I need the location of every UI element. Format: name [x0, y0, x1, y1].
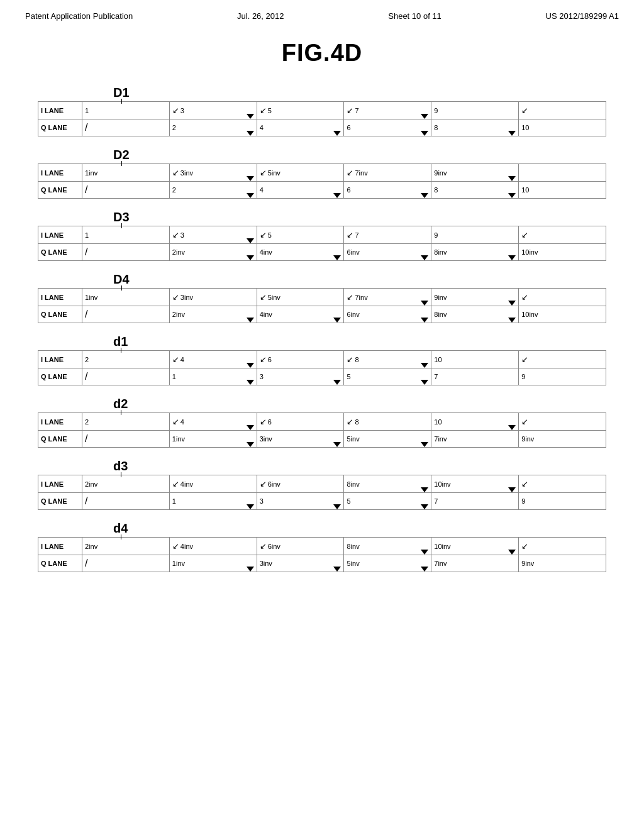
i-lane-label-d4: I LANE — [38, 538, 82, 555]
i-cell-D3-1: ↙3 — [170, 226, 257, 243]
q-lane-D4: Q LANE/2inv4inv6inv8inv10inv — [38, 306, 606, 323]
q-cell-D4-3: 6inv — [344, 306, 431, 323]
i-lane-D3: I LANE1↙3↙5↙79↙ — [38, 226, 606, 243]
q-cell-D4-0: / — [82, 306, 170, 323]
q-lane-d2: Q LANE/1inv3inv5inv7inv9inv — [38, 430, 606, 448]
lane-pair-d3: I LANE2inv↙4inv↙6inv8inv10inv↙Q LANE/135… — [38, 475, 606, 510]
q-cell-D1-1: 2 — [170, 119, 257, 136]
q-cell-D4-4: 8inv — [431, 306, 519, 323]
i-cell-D1-1: ↙3 — [170, 102, 257, 119]
q-cell-D4-1: 2inv — [170, 306, 257, 323]
diagram-group-d2: d2I LANE2↙4↙6↙810↙Q LANE/1inv3inv5inv7in… — [38, 397, 606, 448]
i-cell-D3-3: ↙7 — [344, 226, 431, 243]
main-content: FIG.4D D1I LANE1↙3↙5↙79↙Q LANE/246810D2I… — [0, 27, 644, 596]
i-lane-label-D3: I LANE — [38, 226, 82, 243]
q-cell-d3-1: 1 — [170, 493, 257, 509]
q-lane-d3: Q LANE/13579 — [38, 492, 606, 510]
q-lane-d1: Q LANE/13579 — [38, 368, 606, 385]
q-lane-label-d4: Q LANE — [38, 555, 82, 572]
q-lane-label-D3: Q LANE — [38, 244, 82, 260]
i-cell-D3-2: ↙5 — [257, 226, 345, 243]
i-lane-label-D1: I LANE — [38, 102, 82, 119]
header-right: US 2012/189299 A1 — [546, 11, 619, 21]
diagram-group-D4: D4I LANE1inv↙3inv↙5inv↙7inv9inv↙Q LANE/2… — [38, 272, 606, 323]
q-cell-d3-2: 3 — [257, 493, 345, 509]
header-left: Patent Application Publication — [25, 11, 133, 21]
q-cell-d2-1: 1inv — [170, 431, 257, 447]
i-cell-d3-2: ↙6inv — [257, 475, 345, 492]
i-cell-d1-4: 10 — [431, 351, 519, 368]
i-cell-D2-4: 9inv — [431, 164, 519, 181]
i-cell-D4-2: ↙5inv — [257, 289, 345, 306]
q-cell-D1-5: 10 — [519, 119, 606, 136]
i-cell-D1-2: ↙5 — [257, 102, 345, 119]
lane-pair-D4: I LANE1inv↙3inv↙5inv↙7inv9inv↙Q LANE/2in… — [38, 288, 606, 323]
group-label-d1: d1 — [113, 335, 606, 349]
q-lane-cells-d4: /1inv3inv5inv7inv9inv — [82, 555, 606, 572]
q-cell-D3-2: 4inv — [257, 244, 345, 260]
diagram-group-D3: D3I LANE1↙3↙5↙79↙Q LANE/2inv4inv6inv8inv… — [38, 210, 606, 261]
q-cell-D2-1: 2 — [170, 182, 257, 198]
i-lane-d2: I LANE2↙4↙6↙810↙ — [38, 412, 606, 430]
i-cell-d2-2: ↙6 — [257, 413, 345, 430]
i-cell-d3-1: ↙4inv — [170, 475, 257, 492]
q-cell-D2-2: 4 — [257, 182, 345, 198]
i-cell-D1-0: 1 — [82, 102, 170, 119]
q-cell-D3-4: 8inv — [431, 244, 519, 260]
q-cell-d1-2: 3 — [257, 368, 345, 385]
diagrams-container: D1I LANE1↙3↙5↙79↙Q LANE/246810D2I LANE1i… — [38, 86, 606, 572]
q-cell-d2-3: 5inv — [344, 431, 431, 447]
lane-pair-d1: I LANE2↙4↙6↙810↙Q LANE/13579 — [38, 350, 606, 385]
i-lane-label-d2: I LANE — [38, 413, 82, 430]
i-lane-label-d3: I LANE — [38, 475, 82, 492]
q-lane-D2: Q LANE/246810 — [38, 181, 606, 199]
lane-pair-d2: I LANE2↙4↙6↙810↙Q LANE/1inv3inv5inv7inv9… — [38, 412, 606, 448]
i-lane-cells-D1: 1↙3↙5↙79↙ — [82, 102, 606, 119]
q-cell-D1-3: 6 — [344, 119, 431, 136]
i-lane-D2: I LANE1inv↙3inv↙5inv↙7inv9inv — [38, 163, 606, 181]
i-lane-cells-d2: 2↙4↙6↙810↙ — [82, 413, 606, 430]
q-cell-d3-3: 5 — [344, 493, 431, 509]
q-cell-d1-0: / — [82, 368, 170, 385]
i-cell-d3-5: ↙ — [519, 475, 606, 492]
q-lane-cells-d1: /13579 — [82, 368, 606, 385]
q-lane-cells-D3: /2inv4inv6inv8inv10inv — [82, 244, 606, 260]
q-cell-D1-2: 4 — [257, 119, 345, 136]
i-cell-d4-2: ↙6inv — [257, 538, 345, 555]
q-cell-D1-4: 8 — [431, 119, 519, 136]
q-cell-D2-3: 6 — [344, 182, 431, 198]
i-cell-d1-2: ↙6 — [257, 351, 345, 368]
lane-pair-D2: I LANE1inv↙3inv↙5inv↙7inv9invQ LANE/2468… — [38, 163, 606, 199]
i-lane-cells-d3: 2inv↙4inv↙6inv8inv10inv↙ — [82, 475, 606, 492]
i-cell-d4-5: ↙ — [519, 538, 606, 555]
i-cell-d4-4: 10inv — [431, 538, 519, 555]
i-cell-d2-0: 2 — [82, 413, 170, 430]
i-cell-D4-1: ↙3inv — [170, 289, 257, 306]
i-cell-d2-5: ↙ — [519, 413, 606, 430]
page-header: Patent Application Publication Jul. 26, … — [0, 0, 644, 27]
q-cell-d4-3: 5inv — [344, 555, 431, 572]
i-cell-d1-1: ↙4 — [170, 351, 257, 368]
q-cell-d2-2: 3inv — [257, 431, 345, 447]
q-cell-d4-4: 7inv — [431, 555, 519, 572]
group-label-D2: D2 — [113, 148, 606, 162]
q-cell-d3-5: 9 — [519, 493, 606, 509]
i-cell-d1-0: 2 — [82, 351, 170, 368]
q-cell-d4-1: 1inv — [170, 555, 257, 572]
header-sheet: Sheet 10 of 11 — [388, 11, 441, 21]
group-label-d3: d3 — [113, 459, 606, 473]
i-cell-d3-3: 8inv — [344, 475, 431, 492]
lane-pair-d4: I LANE2inv↙4inv↙6inv8inv10inv↙Q LANE/1in… — [38, 537, 606, 572]
i-lane-d1: I LANE2↙4↙6↙810↙ — [38, 350, 606, 368]
q-cell-d1-5: 9 — [519, 368, 606, 385]
i-lane-d4: I LANE2inv↙4inv↙6inv8inv10inv↙ — [38, 537, 606, 555]
q-lane-cells-d2: /1inv3inv5inv7inv9inv — [82, 431, 606, 447]
i-cell-d2-4: 10 — [431, 413, 519, 430]
i-cell-D2-2: ↙5inv — [257, 164, 345, 181]
q-cell-D4-5: 10inv — [519, 306, 606, 323]
q-cell-D1-0: / — [82, 119, 170, 136]
i-cell-D3-4: 9 — [431, 226, 519, 243]
i-lane-D1: I LANE1↙3↙5↙79↙ — [38, 101, 606, 119]
group-label-D3: D3 — [113, 210, 606, 224]
i-cell-d4-3: 8inv — [344, 538, 431, 555]
